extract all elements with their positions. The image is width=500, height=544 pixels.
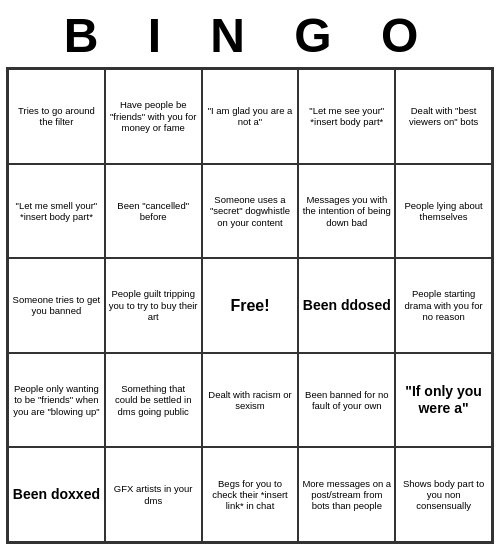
cell-r5c4: More messages on a post/stream from bots…	[298, 447, 395, 542]
title-n: N	[210, 9, 263, 62]
title-o: O	[381, 9, 436, 62]
title-b: B	[64, 9, 117, 62]
cell-r2c1: "Let me smell your" *insert body part*	[8, 164, 105, 259]
cell-r4c1: People only wanting to be "friends" when…	[8, 353, 105, 448]
cell-r4c3: Dealt with racism or sexism	[202, 353, 299, 448]
cell-r3c1: Someone tries to get you banned	[8, 258, 105, 353]
cell-r5c3: Begs for you to check their *insert link…	[202, 447, 299, 542]
cell-r1c1: Tries to go around the filter	[8, 69, 105, 164]
cell-r3c2: People guilt tripping you to try to buy …	[105, 258, 202, 353]
title-g: G	[294, 9, 349, 62]
bingo-title: B I N G O	[0, 0, 500, 67]
cell-r2c5: People lying about themselves	[395, 164, 492, 259]
cell-r2c3: Someone uses a "secret" dogwhistle on yo…	[202, 164, 299, 259]
cell-r3c4: Been ddosed	[298, 258, 395, 353]
cell-r1c3: "I am glad you are a not a"	[202, 69, 299, 164]
cell-r1c5: Dealt with "best viewers on" bots	[395, 69, 492, 164]
cell-r3c3: Free!	[202, 258, 299, 353]
title-i: I	[148, 9, 179, 62]
cell-r1c2: Have people be "friends" with you for mo…	[105, 69, 202, 164]
cell-r4c5: "If only you were a"	[395, 353, 492, 448]
cell-r1c4: "Let me see your" *insert body part*	[298, 69, 395, 164]
cell-r4c4: Been banned for no fault of your own	[298, 353, 395, 448]
cell-r4c2: Something that could be settled in dms g…	[105, 353, 202, 448]
cell-r5c1: Been doxxed	[8, 447, 105, 542]
cell-r5c2: GFX artists in your dms	[105, 447, 202, 542]
cell-r2c4: Messages you with the intention of being…	[298, 164, 395, 259]
cell-r2c2: Been "cancelled" before	[105, 164, 202, 259]
cell-r3c5: People starting drama with you for no re…	[395, 258, 492, 353]
cell-r5c5: Shows body part to you non consensually	[395, 447, 492, 542]
bingo-grid: Tries to go around the filterHave people…	[6, 67, 494, 544]
